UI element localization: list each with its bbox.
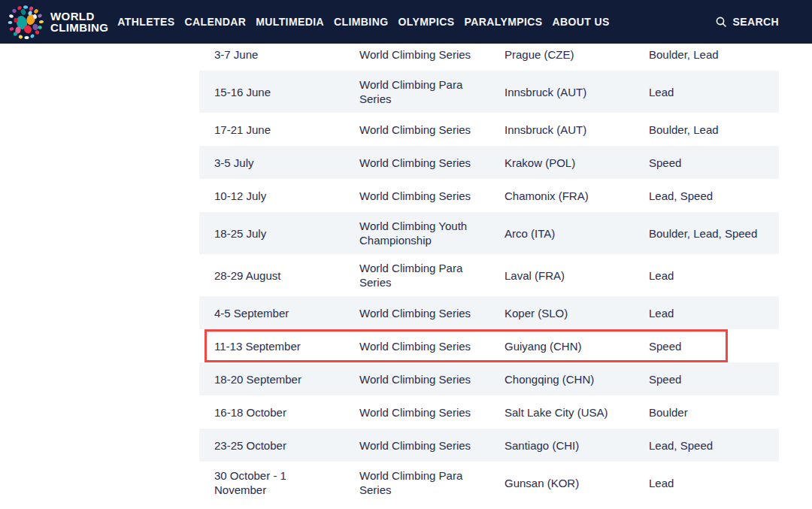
logo-text-line1: WORLD bbox=[50, 11, 108, 23]
event-date: 18-25 July bbox=[199, 220, 344, 247]
event-date: 18-20 September bbox=[199, 365, 344, 393]
nav-item-multimedia[interactable]: MULTIMEDIA bbox=[256, 16, 324, 28]
event-location: Guiyang (CHN) bbox=[489, 332, 635, 360]
event-name: World Climbing Series bbox=[344, 365, 489, 393]
event-disciplines: Speed bbox=[635, 149, 779, 177]
event-name: World Climbing Youth Championship bbox=[344, 212, 489, 254]
event-name: World Climbing Series bbox=[344, 41, 489, 68]
logo-text: WORLD CLIMBING bbox=[50, 11, 108, 34]
event-disciplines: Boulder, Lead bbox=[635, 116, 779, 144]
event-name: World Climbing Series bbox=[344, 398, 489, 426]
event-name: World Climbing Series bbox=[344, 432, 489, 459]
event-date: 23-25 October bbox=[199, 432, 344, 459]
table-row[interactable]: 18-20 September World Climbing Series Ch… bbox=[199, 362, 779, 395]
event-location: Laval (FRA) bbox=[489, 262, 635, 289]
event-name: World Climbing Series bbox=[344, 182, 489, 210]
table-row[interactable]: 10-12 July World Climbing Series Chamoni… bbox=[199, 179, 779, 212]
event-name: World Climbing Series bbox=[344, 332, 489, 360]
event-location: Koper (SLO) bbox=[489, 299, 635, 327]
logo[interactable]: WORLD CLIMBING bbox=[8, 4, 108, 40]
search-button[interactable]: SEARCH bbox=[715, 16, 779, 28]
event-disciplines: Lead bbox=[635, 78, 779, 106]
event-name: World Climbing Series bbox=[344, 149, 489, 177]
event-disciplines: Lead bbox=[635, 299, 779, 327]
event-date: 28-29 August bbox=[199, 262, 344, 289]
search-label: SEARCH bbox=[732, 16, 779, 28]
table-row[interactable]: 11-13 September World Climbing Series Gu… bbox=[199, 329, 779, 362]
event-location: Chamonix (FRA) bbox=[489, 182, 635, 210]
table-row[interactable]: 17-21 June World Climbing Series Innsbru… bbox=[199, 113, 779, 146]
event-location: Arco (ITA) bbox=[489, 220, 635, 247]
event-location: Chongqing (CHN) bbox=[489, 365, 635, 393]
search-icon bbox=[715, 16, 727, 28]
event-date: 11-13 September bbox=[199, 332, 344, 360]
event-location: Innsbruck (AUT) bbox=[489, 78, 635, 106]
event-location: Salt Lake City (USA) bbox=[489, 398, 635, 426]
event-disciplines: Boulder, Lead bbox=[635, 41, 779, 68]
event-date: 17-21 June bbox=[199, 116, 344, 144]
world-climbing-logo-icon bbox=[8, 4, 44, 40]
event-date: 4-5 September bbox=[199, 299, 344, 327]
event-name: World Climbing Para Series bbox=[344, 462, 489, 504]
logo-text-line2: CLIMBING bbox=[50, 22, 108, 34]
table-row[interactable]: 28-29 August World Climbing Para Series … bbox=[199, 254, 779, 296]
event-date: 10-12 July bbox=[199, 182, 344, 210]
event-date: 15-16 June bbox=[199, 78, 344, 106]
event-disciplines: Lead bbox=[635, 469, 779, 497]
table-row[interactable]: 18-25 July World Climbing Youth Champion… bbox=[199, 212, 779, 254]
event-date: 3-7 June bbox=[199, 41, 344, 68]
event-disciplines: Speed bbox=[635, 365, 779, 393]
table-row[interactable]: 15-16 June World Climbing Para Series In… bbox=[199, 71, 779, 113]
event-disciplines: Boulder bbox=[635, 398, 779, 426]
event-disciplines: Lead, Speed bbox=[635, 432, 779, 459]
table-row[interactable]: 23-25 October World Climbing Series Sant… bbox=[199, 429, 779, 462]
nav-item-climbing[interactable]: CLIMBING bbox=[334, 16, 388, 28]
table-row[interactable]: 4-5 September World Climbing Series Kope… bbox=[199, 296, 779, 329]
table-row[interactable]: 30 October - 1 November World Climbing P… bbox=[199, 462, 779, 504]
event-date: 3-5 July bbox=[199, 149, 344, 177]
main-nav: ATHLETESCALENDARMULTIMEDIACLIMBINGOLYMPI… bbox=[117, 16, 609, 28]
event-name: World Climbing Series bbox=[344, 299, 489, 327]
event-disciplines: Lead bbox=[635, 262, 779, 289]
calendar-table: 3-7 June World Climbing Series Prague (C… bbox=[199, 38, 779, 504]
event-disciplines: Boulder, Lead, Speed bbox=[635, 220, 779, 247]
event-location: Prague (CZE) bbox=[489, 41, 635, 68]
event-name: World Climbing Para Series bbox=[344, 71, 489, 113]
event-name: World Climbing Series bbox=[344, 116, 489, 144]
nav-item-paralympics[interactable]: PARALYMPICS bbox=[465, 16, 543, 28]
event-name: World Climbing Para Series bbox=[344, 254, 489, 296]
event-date: 16-18 October bbox=[199, 398, 344, 426]
table-row[interactable]: 3-5 July World Climbing Series Krakow (P… bbox=[199, 146, 779, 179]
nav-item-calendar[interactable]: CALENDAR bbox=[184, 16, 246, 28]
event-date: 30 October - 1 November bbox=[199, 462, 344, 504]
event-disciplines: Speed bbox=[635, 332, 779, 360]
nav-item-about-us[interactable]: ABOUT US bbox=[552, 16, 609, 28]
event-location: Gunsan (KOR) bbox=[489, 469, 635, 497]
nav-item-olympics[interactable]: OLYMPICS bbox=[398, 16, 454, 28]
top-navigation-bar: WORLD CLIMBING ATHLETESCALENDARMULTIMEDI… bbox=[0, 0, 812, 44]
event-location: Innsbruck (AUT) bbox=[489, 116, 635, 144]
nav-item-athletes[interactable]: ATHLETES bbox=[117, 16, 174, 28]
event-location: Santiago (CHI) bbox=[489, 432, 635, 459]
event-disciplines: Lead, Speed bbox=[635, 182, 779, 210]
table-row[interactable]: 16-18 October World Climbing Series Salt… bbox=[199, 395, 779, 429]
event-location: Krakow (POL) bbox=[489, 149, 635, 177]
